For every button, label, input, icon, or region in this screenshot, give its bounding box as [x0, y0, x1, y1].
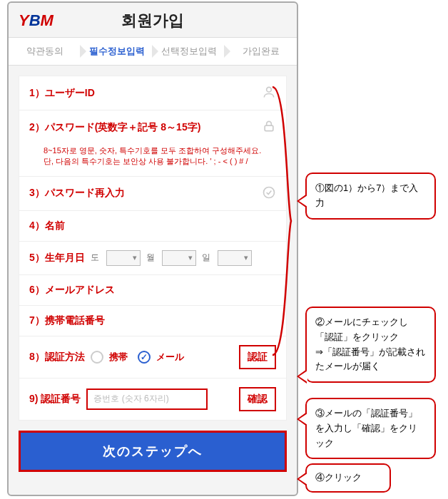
step-optional-info[interactable]: 선택정보입력 [153, 38, 225, 65]
svg-point-2 [264, 187, 275, 197]
label-password: 2）パスワード(英数字＋記号 8～15字) [29, 121, 200, 134]
label-birth: 5）生年月日 [29, 252, 85, 264]
callout-text: ②メールにチェックし「認証」をクリック ⇒「認証番号」が記載されたメールが届く [315, 317, 425, 371]
svg-point-0 [267, 87, 272, 92]
birth-year-select[interactable]: ▾ [106, 250, 141, 266]
callout-text: ③メールの「認証番号」を入力し「確認」をクリック [315, 408, 417, 448]
field-verify-code: 9) 認証番号 증번호 (숫자 6자리) 確認 [19, 379, 286, 420]
field-user-id[interactable]: 1）ユーザーID [19, 76, 286, 110]
callout-tail-icon [297, 194, 307, 208]
step-agree[interactable]: 약관동의 [9, 38, 81, 65]
label-phone: 7）携帯電話番号 [29, 314, 105, 327]
verify-code-input[interactable]: 증번호 (숫자 6자리) [86, 389, 208, 410]
field-phone[interactable]: 7）携帯電話番号 [19, 306, 286, 336]
radio-email-label: メール [156, 351, 184, 364]
field-name[interactable]: 4）名前 [19, 211, 286, 242]
check-icon [262, 185, 276, 202]
field-birth: 5）生年月日 도 ▾ 월 ▾ 일 ▾ [19, 242, 286, 275]
birth-day-label: 일 [202, 252, 210, 264]
callout-step2: ②メールにチェックし「認証」をクリック ⇒「認証番号」が記載されたメールが届く [305, 307, 436, 383]
callout-step3: ③メールの「認証番号」を入力し「確認」をクリック [305, 398, 436, 459]
verify-button[interactable]: 認証 [239, 345, 276, 369]
confirm-button[interactable]: 確認 [239, 387, 276, 411]
password-hint: 8~15자로 영문, 숫자, 특수기호를 모두 조합하여 구성해주세요. 단, … [29, 145, 276, 168]
step-complete[interactable]: 가입완료 [225, 38, 297, 65]
label-verify-code: 9) 認証番号 [29, 393, 81, 406]
next-step-button[interactable]: 次のステップへ [19, 431, 287, 472]
step-required-info[interactable]: 필수정보입력 [81, 38, 153, 65]
header: Y B M 회원가입 [9, 3, 297, 37]
label-verify-method: 8）認証方法 [29, 351, 85, 364]
radio-phone-label: 携帯 [109, 351, 128, 364]
field-password[interactable]: 2）パスワード(英数字＋記号 8～15字) 8~15자로 영문, 숫자, 특수기… [19, 110, 286, 177]
signup-form: 1）ユーザーID 2）パスワード(英数字＋記号 8～15字) 8~15자로 영문… [19, 76, 287, 421]
birth-year-label: 도 [91, 252, 99, 264]
person-icon [262, 85, 276, 101]
birth-month-select[interactable]: ▾ [162, 250, 196, 266]
callout-text: ①図の1）から7）まで入力 [315, 182, 418, 208]
callout-tail-icon [297, 472, 307, 486]
field-password-confirm[interactable]: 3）パスワード再入力 [19, 177, 286, 211]
birth-month-label: 월 [146, 252, 155, 264]
lock-icon [262, 119, 276, 135]
field-email[interactable]: 6）メールアドレス [19, 275, 286, 306]
callout-step4: ④クリック [305, 463, 391, 493]
label-name: 4）名前 [29, 220, 65, 232]
svg-rect-1 [265, 125, 273, 131]
callout-tail-icon [297, 369, 307, 384]
label-password-confirm: 3）パスワード再入力 [29, 187, 125, 200]
callout-tail-icon [297, 412, 307, 426]
radio-phone[interactable] [91, 351, 103, 364]
page-title: 회원가입 [19, 10, 287, 31]
callout-step1: ①図の1）から7）まで入力 [305, 173, 436, 220]
birth-day-select[interactable]: ▾ [218, 250, 252, 266]
label-user-id: 1）ユーザーID [29, 87, 95, 100]
signup-screen: Y B M 회원가입 약관동의 필수정보입력 선택정보입력 가입완료 1）ユーザ… [7, 1, 298, 496]
field-verify-method: 8）認証方法 携帯 メール 認証 [19, 336, 286, 379]
label-email: 6）メールアドレス [29, 284, 115, 297]
callout-text: ④クリック [315, 472, 362, 483]
radio-email[interactable] [138, 351, 151, 364]
progress-steps: 약관동의 필수정보입력 선택정보입력 가입완료 [9, 37, 297, 66]
